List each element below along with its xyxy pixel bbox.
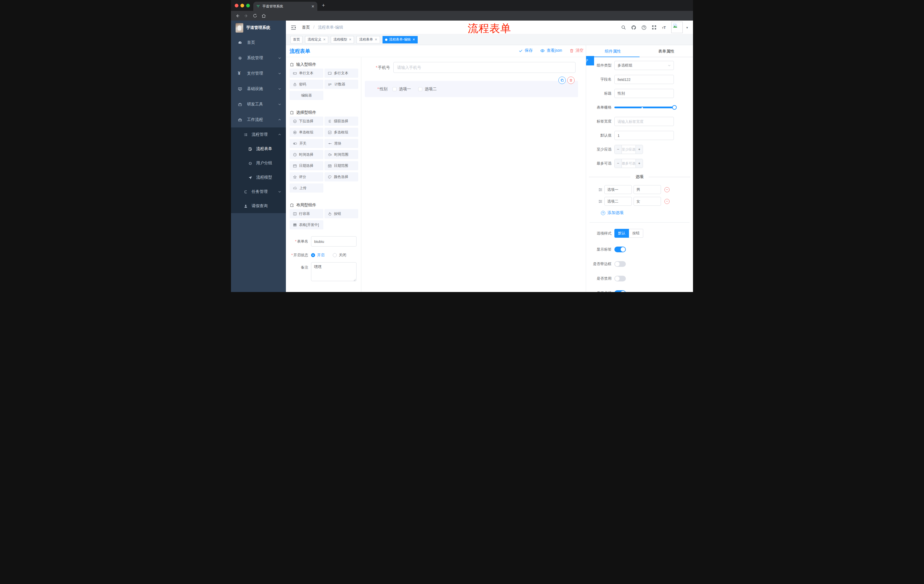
slider-track[interactable] bbox=[614, 107, 675, 108]
component-switch[interactable]: 开关 bbox=[290, 139, 323, 148]
add-option-button[interactable]: + 添加选项 bbox=[601, 210, 693, 216]
show-label-toggle[interactable] bbox=[614, 247, 626, 252]
component-slider[interactable]: 滑块 bbox=[325, 139, 358, 148]
traffic-close-button[interactable] bbox=[235, 4, 238, 7]
sidebar-item-process-form[interactable]: 流程表单 bbox=[231, 142, 286, 156]
clear-button[interactable]: 清空 bbox=[569, 48, 584, 53]
option2-value-input[interactable] bbox=[634, 197, 661, 206]
min-select-value[interactable]: 至少应选 bbox=[622, 145, 635, 154]
component-single-line-text[interactable]: 单行文本 bbox=[290, 69, 323, 78]
component-row-container[interactable]: 行容器 bbox=[290, 209, 323, 218]
question-icon[interactable] bbox=[641, 25, 647, 30]
remove-option-button[interactable]: − bbox=[664, 199, 670, 204]
github-icon[interactable] bbox=[631, 25, 636, 30]
gender-option2-checkbox[interactable] bbox=[418, 87, 422, 91]
component-table-dev[interactable]: 表格[开发中] bbox=[290, 220, 323, 229]
back-icon[interactable] bbox=[235, 13, 240, 18]
status-off-label[interactable]: 关闭 bbox=[339, 253, 346, 258]
component-rate[interactable]: 评分 bbox=[290, 172, 323, 181]
sidebar-item-home[interactable]: 首页 bbox=[231, 35, 286, 50]
stepper-plus-button[interactable]: + bbox=[635, 145, 643, 154]
component-multi-line-text[interactable]: 多行文本 bbox=[325, 69, 358, 78]
option1-value-input[interactable] bbox=[634, 185, 661, 194]
tag-process-form-edit[interactable]: 流程表单-编辑✕ bbox=[383, 36, 418, 43]
tag-close-icon[interactable]: ✕ bbox=[412, 38, 415, 41]
gender-option1-label[interactable]: 选项一 bbox=[399, 87, 411, 92]
status-on-radio[interactable] bbox=[311, 253, 315, 257]
selected-component-link-tab[interactable] bbox=[586, 56, 594, 66]
sidebar-item-process-model[interactable]: 流程模型 bbox=[231, 170, 286, 184]
breadcrumb-home[interactable]: 首页 bbox=[302, 25, 310, 30]
component-date-range[interactable]: 日期范围 bbox=[325, 161, 358, 170]
selected-component-gender[interactable]: *性别 选项一 选项二 bbox=[365, 81, 578, 97]
form-remark-textarea[interactable] bbox=[311, 262, 356, 281]
sidebar-item-task-management[interactable]: 任务管理 bbox=[231, 184, 286, 199]
tab-close-icon[interactable]: ✕ bbox=[311, 4, 315, 8]
tab-form-props[interactable]: 表单属性 bbox=[640, 45, 693, 57]
phone-input[interactable] bbox=[393, 62, 576, 73]
component-time-range[interactable]: 时间范围 bbox=[325, 150, 358, 159]
with-border-toggle[interactable] bbox=[614, 261, 626, 267]
caret-down-icon[interactable]: ▼ bbox=[686, 26, 688, 29]
remove-option-button[interactable]: − bbox=[664, 187, 670, 192]
component-radio-group[interactable]: 单选框组 bbox=[290, 128, 323, 137]
view-json-button[interactable]: 查看json bbox=[540, 48, 562, 53]
drag-handle-icon[interactable] bbox=[598, 199, 603, 204]
home-icon[interactable] bbox=[261, 13, 266, 18]
sidebar-item-system[interactable]: 系统管理 bbox=[231, 50, 286, 66]
required-toggle[interactable] bbox=[614, 290, 626, 292]
browser-tab[interactable]: 芋道管理系统 ✕ bbox=[253, 2, 317, 11]
sidebar-item-leave-query[interactable]: 请假查询 bbox=[231, 199, 286, 213]
component-color-picker[interactable]: 颜色选择 bbox=[325, 172, 358, 181]
sidebar-item-process-management[interactable]: 流程管理 bbox=[231, 127, 286, 142]
component-password[interactable]: 密码 bbox=[290, 80, 323, 89]
save-button[interactable]: 保存 bbox=[519, 48, 533, 53]
tag-home[interactable]: 首页 bbox=[290, 36, 302, 43]
style-default-button[interactable]: 默认 bbox=[614, 229, 629, 238]
reload-icon[interactable] bbox=[253, 13, 257, 18]
new-tab-button[interactable]: + bbox=[322, 3, 325, 8]
gender-option2-label[interactable]: 选项二 bbox=[424, 87, 437, 92]
delete-component-button[interactable] bbox=[567, 77, 575, 84]
component-type-select[interactable]: 多选框组 bbox=[614, 61, 674, 70]
component-select[interactable]: 下拉选择 bbox=[290, 117, 323, 126]
tag-close-icon[interactable]: ✕ bbox=[349, 38, 351, 41]
tag-close-icon[interactable]: ✕ bbox=[323, 38, 326, 41]
tag-process-model[interactable]: 流程模型✕ bbox=[331, 36, 354, 43]
search-icon[interactable] bbox=[621, 25, 626, 30]
component-upload[interactable]: 上传 bbox=[290, 183, 323, 192]
form-name-input[interactable] bbox=[311, 236, 356, 247]
sidebar-item-user-group[interactable]: 用户分组 bbox=[231, 156, 286, 170]
tab-component-props[interactable]: 组件属性 bbox=[586, 45, 640, 57]
component-cascader[interactable]: 级联选择 bbox=[325, 117, 358, 126]
tag-process-definition[interactable]: 流程定义✕ bbox=[305, 36, 328, 43]
component-counter[interactable]: 123计数器 bbox=[325, 80, 358, 89]
hamburger-icon[interactable] bbox=[290, 25, 297, 31]
traffic-zoom-button[interactable] bbox=[246, 4, 250, 7]
sidebar-item-infrastructure[interactable]: 基础设施 bbox=[231, 81, 286, 97]
drag-handle-icon[interactable] bbox=[598, 188, 603, 192]
sidebar-item-payment[interactable]: ¥ 支付管理 bbox=[231, 66, 286, 81]
component-button[interactable]: 按钮 bbox=[325, 209, 358, 218]
fullscreen-icon[interactable] bbox=[652, 25, 657, 30]
field-name-input[interactable] bbox=[614, 75, 674, 84]
component-editor[interactable]: 编辑器 bbox=[290, 91, 323, 100]
font-size-icon[interactable]: TT bbox=[662, 25, 667, 30]
component-time-picker[interactable]: 时间选择 bbox=[290, 150, 323, 159]
style-button-button[interactable]: 按钮 bbox=[629, 229, 643, 238]
component-date-picker[interactable]: 日期选择 bbox=[290, 161, 323, 170]
component-checkbox-group[interactable]: 多选框组 bbox=[325, 128, 358, 137]
option2-label-input[interactable] bbox=[604, 197, 632, 206]
traffic-minimize-button[interactable] bbox=[241, 4, 244, 7]
status-off-radio[interactable] bbox=[333, 253, 337, 257]
tag-process-form[interactable]: 流程表单✕ bbox=[356, 36, 380, 43]
stepper-plus-button[interactable]: + bbox=[635, 159, 643, 168]
status-on-label[interactable]: 开启 bbox=[317, 253, 325, 258]
slider-handle[interactable] bbox=[672, 105, 677, 110]
default-value-input[interactable] bbox=[614, 131, 674, 140]
tag-close-icon[interactable]: ✕ bbox=[375, 38, 377, 41]
gender-option1-checkbox[interactable] bbox=[393, 87, 396, 91]
stepper-minus-button[interactable]: − bbox=[615, 159, 622, 168]
sidebar-item-workflow[interactable]: 工作流程 bbox=[231, 112, 286, 127]
title-input[interactable] bbox=[614, 89, 674, 98]
